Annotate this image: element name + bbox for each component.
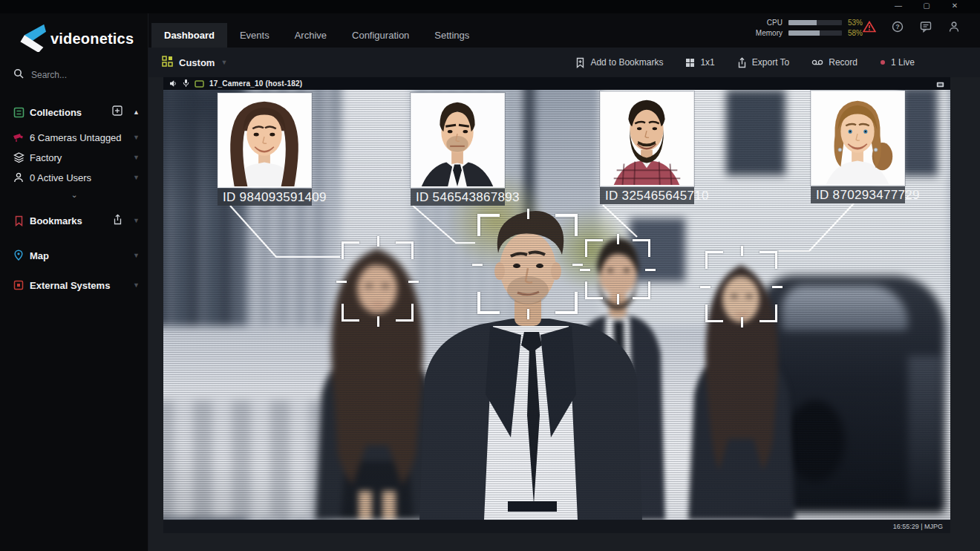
export-to-button[interactable]: Export To — [737, 57, 789, 68]
tab-dashboard[interactable]: Dashboard — [151, 23, 227, 48]
video-status-bar: 16:55:29 | MJPG — [163, 520, 950, 533]
window-titlebar: — ▢ ✕ — [0, 0, 980, 13]
face-id-label: ID 984093591409 — [218, 189, 312, 206]
close-icon[interactable]: ✕ — [949, 1, 961, 11]
sidebar-item-cameras-untagged[interactable]: 6 Cameras Untagged ▼ — [0, 128, 148, 147]
chevron-down-icon[interactable]: ▼ — [133, 281, 140, 289]
face-thumbnail-photo — [218, 93, 312, 188]
external-system-icon — [7, 280, 30, 290]
face-id-label: ID 870293477729 — [811, 186, 905, 203]
face-detection-box — [585, 239, 650, 299]
video-tile[interactable]: 17_Camera_10 (host-182) — [163, 77, 950, 533]
stream-monitor-icon — [195, 77, 204, 91]
tab-settings[interactable]: Settings — [422, 23, 482, 48]
system-status: CPU 53% Memory 58% — [748, 17, 863, 38]
main-tabs: Dashboard Events Archive Configuration S… — [151, 23, 482, 48]
face-detection-box — [477, 214, 578, 314]
chevron-down-icon[interactable]: ▼ — [133, 134, 140, 141]
video-stage: 17_Camera_10 (host-182) — [148, 77, 980, 551]
sidebar-item-bookmarks[interactable]: Bookmarks ▼ — [0, 211, 148, 230]
face-thumbnail-photo — [600, 91, 694, 186]
search-icon — [13, 68, 24, 82]
sidebar-item-active-users[interactable]: 0 Active Users ▼ — [0, 168, 148, 187]
live-indicator[interactable]: 1 Live — [880, 57, 915, 68]
memory-meter — [788, 30, 842, 36]
cast-stream-icon[interactable] — [936, 77, 944, 91]
external-systems-label: External Systems — [30, 280, 110, 291]
maximize-icon[interactable]: ▢ — [921, 1, 932, 11]
face-detection-box — [705, 251, 777, 322]
active-users-label: 0 Active Users — [30, 172, 91, 183]
face-thumbnail-photo — [811, 91, 905, 186]
cpu-value: 53% — [848, 19, 863, 27]
map-label: Map — [30, 250, 49, 261]
sidebar-item-collections[interactable]: Collections ▲ — [0, 102, 148, 122]
sidebar-expand-chevron-icon[interactable]: ⌄ — [0, 190, 148, 200]
identity-card[interactable]: ID 870293477729 — [811, 91, 905, 203]
collapse-chevron-icon[interactable]: ▲ — [133, 108, 140, 116]
face-id-label: ID 325465645710 — [600, 187, 694, 204]
live-dot-icon — [880, 59, 886, 65]
chat-icon[interactable] — [919, 20, 932, 33]
map-pin-icon — [7, 250, 30, 261]
speaker-icon[interactable] — [169, 77, 177, 91]
alert-warning-icon[interactable] — [863, 20, 876, 33]
identity-card[interactable]: ID 546543867893 — [411, 93, 505, 206]
view-toolbar: Custom ▼ Add to Bookmarks 1x1 Export To … — [148, 48, 980, 77]
cpu-label: CPU — [748, 19, 783, 27]
collections-label: Collections — [30, 107, 82, 118]
face-detection-box — [342, 241, 414, 322]
sidebar: videonetics Search... Collections ▲ 6 Ca… — [0, 0, 148, 551]
brand-name: videonetics — [50, 30, 134, 48]
chevron-down-icon[interactable]: ▼ — [133, 174, 140, 181]
custom-layout-icon — [162, 56, 173, 70]
memory-value: 58% — [848, 29, 863, 37]
app-logo: videonetics — [16, 22, 134, 55]
layout-view-switcher[interactable]: Custom ▼ — [162, 48, 227, 77]
bookmarks-label: Bookmarks — [30, 215, 82, 226]
timestamp-codec: 16:55:29 | MJPG — [893, 523, 943, 530]
help-icon[interactable]: ? — [891, 20, 904, 33]
user-icon — [7, 172, 30, 183]
user-profile-icon[interactable] — [947, 20, 961, 33]
cpu-meter — [788, 20, 842, 25]
sidebar-item-external-systems[interactable]: External Systems ▼ — [0, 276, 148, 295]
layers-icon — [7, 152, 30, 163]
identity-card[interactable]: ID 325465645710 — [600, 91, 694, 204]
camera-title: 17_Camera_10 (host-182) — [209, 79, 302, 88]
tab-archive[interactable]: Archive — [282, 23, 339, 48]
memory-label: Memory — [748, 29, 783, 37]
live-video-feed[interactable]: ID 984093591409 — [163, 90, 950, 520]
bookmark-icon — [7, 215, 30, 226]
microphone-icon[interactable] — [183, 77, 189, 91]
tab-configuration[interactable]: Configuration — [339, 23, 422, 48]
view-name: Custom — [179, 57, 215, 68]
layout-1x1-button[interactable]: 1x1 — [685, 57, 714, 68]
add-to-bookmarks-button[interactable]: Add to Bookmarks — [575, 57, 663, 68]
face-id-label: ID 546543867893 — [411, 189, 505, 206]
factory-label: Factory — [30, 152, 62, 163]
tab-events[interactable]: Events — [227, 23, 282, 48]
record-button[interactable]: Record — [811, 57, 858, 68]
sidebar-item-map[interactable]: Map ▼ — [0, 246, 148, 265]
camera-title-bar: 17_Camera_10 (host-182) — [163, 77, 950, 90]
sidebar-item-factory[interactable]: Factory ▼ — [0, 148, 148, 167]
cctv-camera-icon — [7, 133, 30, 143]
chevron-down-icon[interactable]: ▼ — [133, 217, 140, 224]
search-placeholder: Search... — [31, 70, 67, 80]
videonetics-logo-icon — [16, 22, 46, 55]
svg-text:?: ? — [895, 23, 900, 30]
collections-icon — [7, 107, 30, 118]
face-thumbnail-photo — [411, 93, 505, 188]
chevron-down-icon: ▼ — [220, 59, 227, 66]
chevron-down-icon[interactable]: ▼ — [133, 252, 140, 259]
minimize-icon[interactable]: — — [892, 1, 904, 11]
cameras-untagged-label: 6 Cameras Untagged — [30, 132, 122, 143]
share-icon[interactable] — [113, 214, 122, 228]
chevron-down-icon[interactable]: ▼ — [133, 154, 140, 161]
add-collection-icon[interactable] — [112, 105, 122, 119]
search-input[interactable]: Search... — [13, 68, 135, 82]
identity-card[interactable]: ID 984093591409 — [218, 93, 312, 206]
